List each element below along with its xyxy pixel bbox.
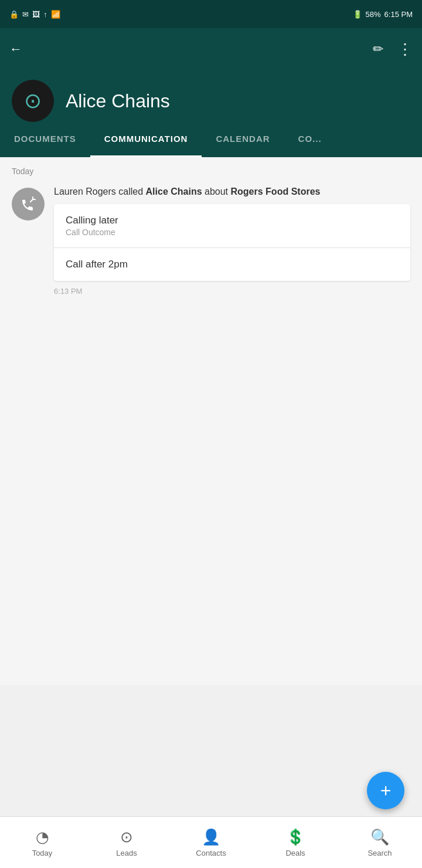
contact-header: ⊙ Alice Chains [0, 70, 422, 122]
menu-icon[interactable]: ⋮ [397, 40, 413, 59]
tabs-container: DOCUMENTS COMMUNICATION CALENDAR CO... [0, 122, 422, 157]
status-bar: 🔒 ✉ 🖼 ↑ 📶 🔋 58% 6:15 PM [0, 0, 422, 28]
status-right: 🔋 58% 6:15 PM [353, 10, 413, 19]
edit-icon[interactable]: ✏ [373, 42, 383, 57]
back-button[interactable]: ← [9, 42, 22, 57]
status-time: 6:15 PM [384, 10, 413, 19]
header-right: ✏ ⋮ [373, 40, 413, 59]
upload-icon: ↑ [43, 10, 47, 19]
nav-contacts-label: Contacts [196, 849, 226, 857]
contact-name: Alice Chains [66, 90, 170, 112]
activity-timestamp: 6:13 PM [54, 287, 410, 296]
activity-company-bold: Rogers Food Stores [231, 187, 321, 196]
call-icon [12, 188, 45, 221]
card-item-call-after[interactable]: Call after 2pm [54, 248, 410, 281]
deals-icon: 💲 [286, 828, 305, 846]
leads-icon: ⊙ [120, 828, 133, 846]
image-icon: 🖼 [32, 10, 40, 19]
nav-leads[interactable]: ⊙ Leads [84, 817, 169, 868]
tab-documents[interactable]: DOCUMENTS [0, 122, 90, 157]
battery-icon: 🔋 [353, 10, 362, 19]
mail-icon: ✉ [22, 10, 29, 19]
avatar: ⊙ [12, 80, 54, 122]
status-battery: 58% [366, 10, 381, 19]
bottom-nav: ◔ Today ⊙ Leads 👤 Contacts 💲 Deals 🔍 Sea… [0, 816, 422, 868]
tab-calendar[interactable]: CALENDAR [202, 122, 284, 157]
nav-deals-label: Deals [285, 849, 305, 857]
nav-today-label: Today [32, 849, 53, 857]
nav-deals[interactable]: 💲 Deals [253, 817, 338, 868]
shield-icon: 🔒 [9, 10, 19, 19]
nav-search-label: Search [367, 849, 392, 857]
tab-communication[interactable]: COMMUNICATION [90, 122, 202, 157]
wifi-icon: 📶 [51, 10, 60, 19]
today-label: Today [12, 167, 410, 176]
search-icon: 🔍 [370, 828, 389, 846]
activity-prefix: Lauren Rogers called [54, 187, 146, 196]
content-area: Today Lauren Rogers called Alice Chains … [0, 157, 422, 685]
contacts-icon: 👤 [202, 828, 220, 846]
activity-about: about [202, 187, 231, 196]
nav-contacts[interactable]: 👤 Contacts [169, 817, 253, 868]
activity-card: Calling later Call Outcome Call after 2p… [54, 204, 410, 281]
status-left: 🔒 ✉ 🖼 ↑ 📶 [9, 10, 60, 19]
today-icon: ◔ [36, 828, 49, 846]
card-item-title-2: Call after 2pm [66, 259, 399, 270]
card-item-subtitle-1: Call Outcome [66, 228, 399, 237]
card-item-calling-later[interactable]: Calling later Call Outcome [54, 204, 410, 248]
card-item-title-1: Calling later [66, 215, 399, 226]
activity-row: Lauren Rogers called Alice Chains about … [12, 185, 410, 296]
activity-description: Lauren Rogers called Alice Chains about … [54, 185, 410, 198]
nav-today[interactable]: ◔ Today [0, 817, 84, 868]
add-button[interactable]: + [367, 772, 404, 809]
avatar-icon: ⊙ [24, 89, 42, 113]
activity-contact-bold: Alice Chains [146, 187, 202, 196]
activity-text: Lauren Rogers called Alice Chains about … [54, 185, 410, 296]
nav-leads-label: Leads [116, 849, 137, 857]
nav-search[interactable]: 🔍 Search [338, 817, 422, 868]
header-left: ← [9, 42, 22, 57]
tab-contacts[interactable]: CO... [284, 122, 336, 157]
app-header: ← ✏ ⋮ [0, 28, 422, 70]
